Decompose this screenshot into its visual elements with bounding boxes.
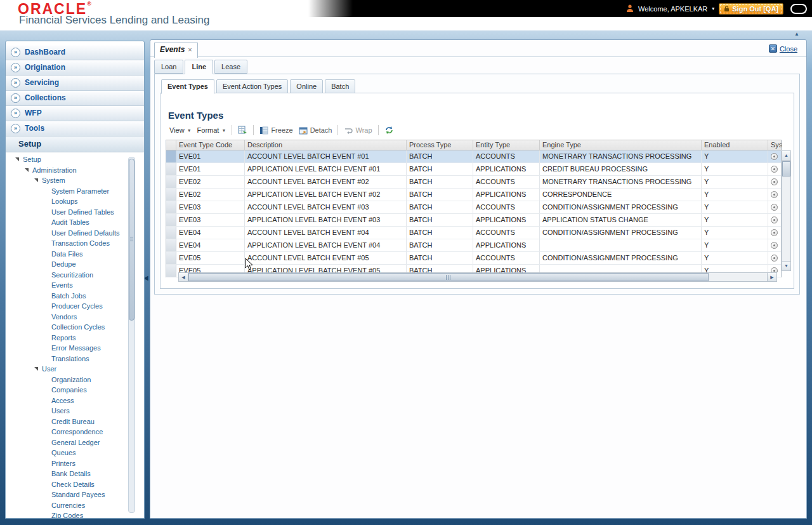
table-row[interactable]: EVE02ACCOUNT LEVEL BATCH EVENT #02BATCHA…	[166, 176, 781, 189]
welcome-caret-icon[interactable]: ▾	[712, 6, 714, 11]
sys-radio-icon[interactable]	[771, 204, 778, 211]
horizontal-scrollbar-thumb[interactable]	[188, 273, 709, 281]
tree-item-user-defined-defaults[interactable]: User Defined Defaults	[6, 228, 144, 239]
welcome-text[interactable]: Welcome, APKELKAR	[638, 5, 707, 13]
tree-item-collection-cycles[interactable]: Collection Cycles	[6, 322, 144, 333]
tree-item-administration[interactable]: Administration	[6, 165, 144, 176]
tree-item-batch-jobs[interactable]: Batch Jobs	[6, 291, 144, 302]
sys-radio-icon[interactable]	[771, 255, 778, 262]
sidebar-item-wfp[interactable]: »WFP	[6, 106, 144, 121]
tree-scrollbar-thumb[interactable]	[129, 159, 134, 321]
row-selector[interactable]	[166, 227, 176, 239]
sidebar-item-origination[interactable]: »Origination	[6, 60, 144, 76]
tree-expand-icon[interactable]	[15, 157, 19, 161]
table-row[interactable]: EVE04ACCOUNT LEVEL BATCH EVENT #04BATCHA…	[166, 227, 781, 239]
sys-radio-icon[interactable]	[771, 216, 778, 223]
sidebar-item-servicing[interactable]: »Servicing	[6, 76, 144, 91]
tree-item-bank-details[interactable]: Bank Details	[6, 469, 144, 479]
tree-item-system[interactable]: System	[6, 175, 144, 186]
tree-item-events[interactable]: Events	[6, 280, 144, 291]
wrap-button[interactable]: Wrap	[344, 126, 372, 135]
table-row[interactable]: EVE03ACCOUNT LEVEL BATCH EVENT #03BATCHA…	[166, 201, 781, 214]
refresh-button[interactable]	[384, 126, 394, 135]
sign-out-button[interactable]: Sign Out [QA]	[719, 3, 783, 15]
tree-expand-icon[interactable]	[34, 178, 38, 182]
row-selector[interactable]	[166, 265, 176, 277]
row-selector[interactable]	[166, 176, 176, 188]
table-row[interactable]: EVE01APPLICATION LEVEL BATCH EVENT #01BA…	[166, 163, 781, 176]
tree-item-system-parameter[interactable]: System Parameter	[6, 186, 144, 197]
collapse-header-icon[interactable]: ▲	[794, 31, 799, 37]
tab-online[interactable]: Online	[290, 79, 323, 93]
tree-item-queues[interactable]: Queues	[6, 448, 144, 458]
row-selector[interactable]	[166, 150, 176, 163]
tree-item-transaction-codes[interactable]: Transaction Codes	[6, 238, 144, 249]
tree-item-users[interactable]: Users	[6, 406, 144, 416]
export-button[interactable]	[238, 126, 247, 135]
tree-item-audit-tables[interactable]: Audit Tables	[6, 217, 144, 228]
sidebar-item-tools[interactable]: »Tools	[6, 121, 144, 136]
column-header-process-type[interactable]: Process Type	[407, 140, 473, 150]
close-box-icon[interactable]: ✕	[769, 44, 777, 53]
tree-item-dedupe[interactable]: Dedupe	[6, 259, 144, 270]
sys-radio-icon[interactable]	[771, 242, 778, 249]
sidebar-item-setup[interactable]: Setup	[6, 136, 144, 152]
tree-item-vendors[interactable]: Vendors	[6, 312, 144, 322]
column-header-sys[interactable]: Sys	[768, 140, 782, 150]
sys-radio-icon[interactable]	[771, 191, 778, 198]
row-selector[interactable]	[166, 252, 176, 264]
tree-scrollbar[interactable]	[128, 157, 135, 513]
tree-expand-icon[interactable]	[25, 168, 29, 172]
tree-item-lookups[interactable]: Lookups	[6, 196, 144, 207]
tree-item-setup[interactable]: Setup	[6, 154, 144, 165]
tree-item-printers[interactable]: Printers	[6, 458, 144, 469]
table-row[interactable]: EVE04APPLICATION LEVEL BATCH EVENT #04BA…	[166, 239, 781, 252]
scroll-right-icon[interactable]: ▶	[767, 273, 776, 281]
close-button[interactable]: ✕ Close	[769, 44, 797, 53]
tree-item-data-files[interactable]: Data Files	[6, 249, 144, 260]
view-menu[interactable]: View▼	[169, 126, 192, 134]
column-header-engine-type[interactable]: Engine Type	[540, 140, 702, 150]
tree-item-translations[interactable]: Translations	[6, 354, 144, 364]
tab-line[interactable]: Line	[185, 60, 213, 74]
sys-radio-icon[interactable]	[771, 229, 778, 236]
scroll-down-icon[interactable]: ▼	[782, 261, 790, 270]
tree-item-currencies[interactable]: Currencies	[6, 500, 144, 511]
sidebar-item-collections[interactable]: »Collections	[6, 91, 144, 106]
table-horizontal-scrollbar[interactable]: ◀ ▶	[178, 272, 777, 282]
tab-loan[interactable]: Loan	[154, 60, 183, 74]
chat-bubble-icon[interactable]	[790, 4, 807, 14]
row-selector[interactable]	[166, 214, 176, 226]
tree-item-securitization[interactable]: Securitization	[6, 270, 144, 281]
vertical-scrollbar-thumb[interactable]	[782, 161, 790, 176]
scroll-left-icon[interactable]: ◀	[179, 273, 188, 281]
row-selector[interactable]	[166, 163, 176, 175]
tree-item-credit-bureau[interactable]: Credit Bureau	[6, 416, 144, 427]
scroll-up-icon[interactable]: ▲	[782, 151, 790, 161]
sidebar-item-dashboard[interactable]: »DashBoard	[6, 45, 144, 60]
tab-lease[interactable]: Lease	[214, 60, 247, 74]
freeze-button[interactable]: Freeze	[259, 126, 292, 135]
tab-event-action-types[interactable]: Event Action Types	[216, 79, 288, 93]
tree-item-user[interactable]: User	[6, 364, 144, 375]
tree-item-user-defined-tables[interactable]: User Defined Tables	[6, 207, 144, 218]
tab-batch[interactable]: Batch	[325, 79, 355, 93]
sys-radio-icon[interactable]	[771, 178, 778, 185]
tab-close-icon[interactable]: ×	[188, 46, 192, 53]
row-selector[interactable]	[166, 189, 176, 201]
table-row[interactable]: EVE01ACCOUNT LEVEL BATCH EVENT #01BATCHA…	[166, 150, 781, 163]
tree-item-access[interactable]: Access	[6, 395, 144, 406]
table-vertical-scrollbar[interactable]: ▲ ▼	[782, 150, 791, 271]
row-selector[interactable]	[166, 239, 176, 251]
column-header-description[interactable]: Description	[245, 140, 407, 150]
detach-button[interactable]: Detach	[299, 126, 332, 135]
row-selector[interactable]	[166, 201, 176, 213]
column-header-enabled[interactable]: Enabled	[702, 140, 768, 150]
tree-item-error-messages[interactable]: Error Messages	[6, 343, 144, 354]
sys-radio-icon[interactable]	[771, 153, 778, 160]
tree-item-correspondence[interactable]: Correspondence	[6, 427, 144, 437]
tree-item-check-details[interactable]: Check Details	[6, 479, 144, 490]
column-header-event-type-code[interactable]: Event Type Code	[176, 140, 245, 150]
tab-event-types[interactable]: Event Types	[161, 79, 214, 94]
tree-item-producer-cycles[interactable]: Producer Cycles	[6, 301, 144, 312]
